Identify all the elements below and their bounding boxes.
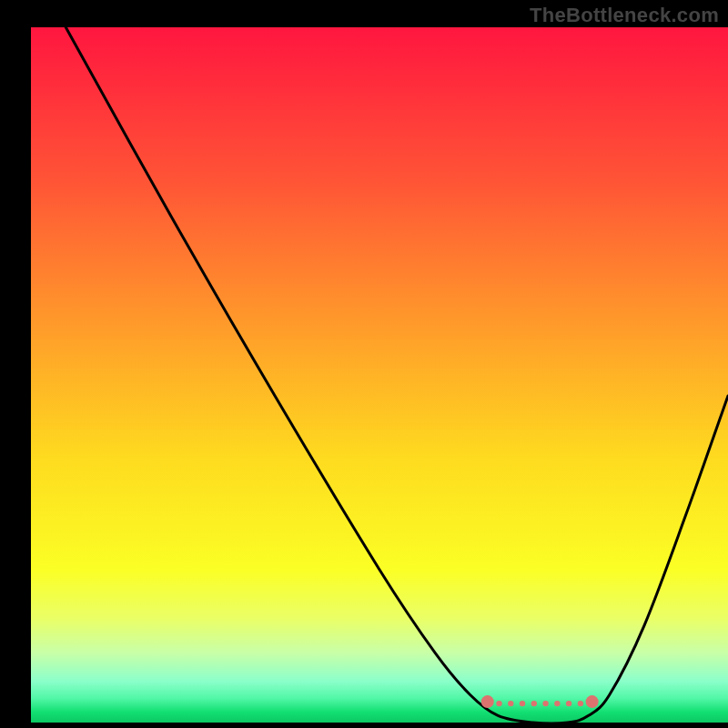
- svg-point-0: [481, 695, 494, 708]
- bottleneck-chart: [0, 0, 728, 728]
- svg-point-7: [554, 701, 560, 706]
- svg-point-1: [586, 695, 599, 708]
- svg-point-3: [508, 701, 513, 706]
- svg-point-5: [531, 701, 537, 706]
- attribution-text: TheBottleneck.com: [530, 4, 719, 27]
- chart-container: { "attribution": "TheBottleneck.com", "c…: [0, 0, 728, 728]
- svg-point-9: [578, 701, 583, 706]
- svg-point-2: [496, 701, 501, 706]
- gradient-background: [31, 27, 728, 723]
- svg-point-4: [520, 701, 525, 706]
- svg-point-6: [542, 701, 548, 706]
- svg-point-8: [566, 701, 571, 706]
